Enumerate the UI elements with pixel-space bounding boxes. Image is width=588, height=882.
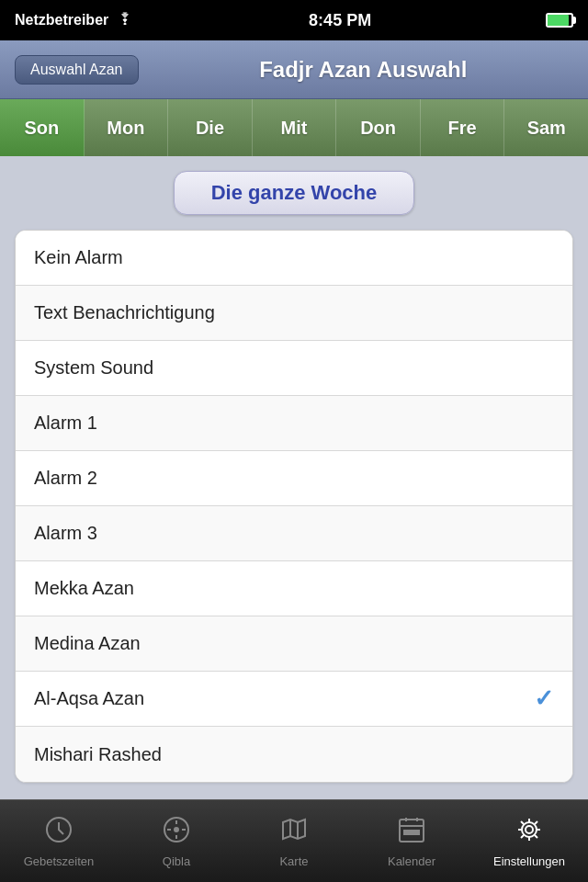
tab-label: Kalender bbox=[388, 854, 435, 868]
alarm-item-label: Alarm 1 bbox=[34, 413, 97, 434]
day-tab-mit[interactable]: Mit bbox=[253, 99, 337, 156]
tab-label: Einstellungen bbox=[493, 854, 565, 868]
tab-item-qibla[interactable]: Qibla bbox=[118, 800, 235, 882]
svg-point-0 bbox=[124, 23, 127, 26]
wifi-icon bbox=[116, 12, 134, 28]
carrier: Netzbetreiber bbox=[15, 12, 134, 28]
alarm-item-label: Kein Alarm bbox=[34, 247, 123, 268]
alarm-item[interactable]: Text Benachrichtigung bbox=[16, 286, 572, 341]
week-button-container: Die ganze Woche bbox=[15, 171, 573, 215]
battery-fill bbox=[548, 15, 569, 26]
battery bbox=[546, 13, 573, 28]
alarm-item-label: Text Benachrichtigung bbox=[34, 302, 215, 323]
alarm-item-label: Mekka Azan bbox=[34, 578, 134, 599]
day-tab-fre[interactable]: Fre bbox=[421, 99, 505, 156]
alarm-item[interactable]: Mishari Rashed bbox=[16, 727, 572, 782]
app: Netzbetreiber 8:45 PM Auswahl Azan Fadjr… bbox=[0, 0, 588, 882]
alarm-item[interactable]: Medina Azan bbox=[16, 616, 572, 672]
tab-item-karte[interactable]: Karte bbox=[235, 800, 353, 882]
clock-icon bbox=[44, 815, 74, 851]
day-tab-mon[interactable]: Mon bbox=[85, 99, 169, 156]
svg-point-8 bbox=[526, 826, 533, 833]
back-button[interactable]: Auswahl Azan bbox=[15, 55, 139, 85]
alarm-item-label: Al-Aqsa Azan bbox=[34, 688, 144, 709]
alarm-item-label: Alarm 3 bbox=[34, 523, 97, 544]
alarm-item-label: Mishari Rashed bbox=[34, 744, 162, 765]
svg-point-3 bbox=[175, 828, 178, 831]
alarm-item[interactable]: Kein Alarm bbox=[16, 231, 572, 286]
gear-icon bbox=[514, 815, 544, 851]
status-bar: Netzbetreiber 8:45 PM bbox=[0, 0, 588, 40]
alarm-item[interactable]: Alarm 3 bbox=[16, 506, 572, 561]
svg-rect-7 bbox=[415, 831, 419, 834]
tab-label: Qibla bbox=[163, 854, 190, 868]
day-tab-die[interactable]: Die bbox=[168, 99, 253, 156]
week-button[interactable]: Die ganze Woche bbox=[174, 171, 415, 215]
alarm-item[interactable]: Mekka Azan bbox=[16, 561, 572, 616]
tab-item-einstellungen[interactable]: Einstellungen bbox=[470, 800, 588, 882]
alarm-item[interactable]: Alarm 2 bbox=[16, 451, 572, 506]
alarm-list: Kein AlarmText BenachrichtigungSystem So… bbox=[15, 230, 573, 783]
carrier-name: Netzbetreiber bbox=[15, 12, 108, 28]
nav-bar: Auswahl Azan Fadjr Azan Auswahl bbox=[0, 40, 588, 99]
alarm-item[interactable]: System Sound bbox=[16, 341, 572, 396]
alarm-item[interactable]: Alarm 1 bbox=[16, 396, 572, 451]
battery-body bbox=[546, 13, 573, 28]
alarm-item-label: Alarm 2 bbox=[34, 468, 97, 489]
day-tab-son[interactable]: Son bbox=[0, 99, 85, 156]
alarm-item-label: Medina Azan bbox=[34, 633, 141, 654]
calendar-icon bbox=[397, 815, 426, 851]
tab-label: Karte bbox=[279, 854, 308, 868]
tab-item-kalender[interactable]: Kalender bbox=[353, 800, 470, 882]
day-tab-sam[interactable]: Sam bbox=[504, 99, 588, 156]
compass-icon bbox=[162, 815, 191, 851]
main-content: Die ganze Woche Kein AlarmText Benachric… bbox=[0, 156, 588, 882]
alarm-item-checkmark: ✓ bbox=[534, 684, 554, 713]
day-tab-don[interactable]: Don bbox=[336, 99, 421, 156]
alarm-item[interactable]: Al-Aqsa Azan✓ bbox=[16, 672, 572, 727]
time: 8:45 PM bbox=[309, 11, 371, 30]
tab-label: Gebetszeiten bbox=[24, 854, 95, 868]
svg-rect-5 bbox=[404, 831, 408, 834]
tab-bar: Gebetszeiten Qibla Karte Kalender Einste… bbox=[0, 799, 588, 882]
svg-point-9 bbox=[522, 822, 537, 837]
map-icon bbox=[279, 815, 309, 851]
alarm-item-label: System Sound bbox=[34, 357, 153, 379]
tab-item-gebetszeiten[interactable]: Gebetszeiten bbox=[0, 800, 118, 882]
nav-title: Fadjr Azan Auswahl bbox=[153, 57, 573, 83]
day-selector: SonMonDieMitDonFreSam bbox=[0, 99, 588, 156]
svg-rect-6 bbox=[410, 831, 413, 834]
